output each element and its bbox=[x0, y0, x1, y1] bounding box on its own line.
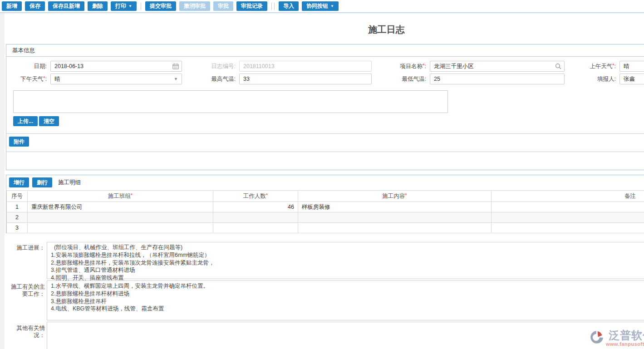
detail-toolbar: 增行 删行 施工明细 bbox=[9, 177, 81, 187]
toolbar-separator bbox=[271, 3, 272, 10]
attachment-list-area bbox=[6, 152, 644, 170]
table-header-row: 序号 施工班组* 工作人数* 施工内容* 备注 bbox=[7, 191, 644, 202]
pm-weather-label: 下午天气*: bbox=[6, 75, 50, 83]
print-button[interactable]: 打印▼ bbox=[111, 1, 137, 11]
chevron-down-icon: ▼ bbox=[174, 77, 178, 81]
toolbar-separator bbox=[141, 3, 141, 10]
table-row[interactable]: 3 bbox=[7, 223, 644, 233]
search-icon[interactable] bbox=[555, 63, 561, 69]
add-row-button[interactable]: 增行 bbox=[9, 177, 29, 187]
log-no-label: 日志编号: bbox=[182, 63, 239, 70]
cell-no: 1 bbox=[7, 202, 28, 212]
submit-approval-button[interactable]: 提交审批 bbox=[145, 1, 176, 11]
am-weather-input[interactable] bbox=[619, 61, 644, 72]
cell-team[interactable] bbox=[28, 212, 213, 223]
cell-remark[interactable] bbox=[492, 212, 644, 223]
cell-team[interactable] bbox=[28, 223, 213, 233]
vendor-brand-name: 泛普软件 bbox=[609, 329, 644, 341]
construction-detail-section: 增行 删行 施工明细 序号 施工班组* 工作人数* 施工内容* 备注 1 重庆新… bbox=[6, 175, 644, 233]
main-work-textarea[interactable]: 1.水平弹线、横辉国定墙上四周，安装主龙骨并确定吊杆位置。 2.悬膨胀螺栓悬挂吊… bbox=[47, 280, 644, 320]
col-header-workers: 工作人数* bbox=[213, 191, 298, 202]
log-no-input bbox=[239, 61, 372, 72]
col-header-content: 施工内容* bbox=[298, 191, 492, 202]
save-and-new-button[interactable]: 保存且新增 bbox=[48, 1, 84, 11]
max-temp-input[interactable] bbox=[239, 74, 372, 84]
project-name-input[interactable] bbox=[430, 61, 565, 72]
pm-weather-select[interactable]: 晴 ▼ bbox=[50, 74, 182, 84]
description-textarea[interactable] bbox=[13, 90, 448, 113]
cell-no: 2 bbox=[7, 212, 28, 223]
table-row[interactable]: 2 bbox=[7, 212, 644, 223]
other-info-textarea[interactable] bbox=[47, 322, 644, 349]
vendor-watermark: 泛普软件 www.fanpusoft.com bbox=[589, 329, 644, 347]
cell-content[interactable] bbox=[298, 223, 492, 233]
delete-button[interactable]: 删除 bbox=[88, 1, 108, 11]
progress-label: 施工进展： bbox=[6, 244, 45, 251]
toolbar-separator bbox=[274, 3, 275, 10]
min-temp-input[interactable] bbox=[430, 74, 565, 84]
main-work-label: 施工有关的主要工作： bbox=[6, 283, 45, 298]
reporter-input[interactable] bbox=[619, 74, 644, 84]
date-input[interactable] bbox=[50, 61, 182, 72]
collaboration-button[interactable]: 协同按钮▼ bbox=[302, 1, 339, 11]
form-page: 施工日志 基本信息 日期: 日志编号: 项目名称*: bbox=[5, 13, 644, 349]
col-header-team: 施工班组* bbox=[28, 191, 213, 202]
basic-info-section: 基本信息 日期: 日志编号: 项目名称*: 上午天气*: bbox=[6, 44, 644, 170]
upload-button[interactable]: 上传... bbox=[13, 116, 38, 126]
import-button[interactable]: 导入 bbox=[279, 1, 299, 11]
new-button[interactable]: 新增 bbox=[2, 1, 22, 11]
am-weather-label: 上午天气*: bbox=[565, 63, 619, 70]
basic-info-section-title: 基本信息 bbox=[6, 44, 644, 57]
section-divider bbox=[6, 133, 644, 134]
cell-workers[interactable] bbox=[213, 212, 298, 223]
construction-detail-table: 序号 施工班组* 工作人数* 施工内容* 备注 1 重庆新世界有限公司 46 样… bbox=[6, 190, 644, 233]
chevron-down-icon: ▼ bbox=[330, 5, 334, 8]
reporter-label: 填报人: bbox=[565, 75, 619, 83]
cell-workers[interactable]: 46 bbox=[213, 202, 298, 212]
vendor-url: www.fanpusoft.com bbox=[606, 341, 644, 347]
calendar-icon[interactable] bbox=[172, 63, 179, 69]
cell-remark[interactable] bbox=[492, 202, 644, 212]
save-button[interactable]: 保存 bbox=[25, 1, 45, 11]
date-label: 日期: bbox=[6, 63, 50, 70]
min-temp-label: 最低气温: bbox=[372, 75, 430, 83]
col-header-no: 序号 bbox=[7, 191, 28, 202]
approval-records-button[interactable]: 审批记录 bbox=[236, 1, 267, 11]
max-temp-label: 最高气温: bbox=[182, 75, 239, 83]
field-row-2: 下午天气*: 晴 ▼ 最高气温: 最低气温: 填报人: bbox=[6, 74, 644, 84]
page-title: 施工日志 bbox=[5, 24, 644, 36]
cancel-approval-button: 撤消审批 bbox=[179, 1, 210, 11]
detail-section-title: 施工明细 bbox=[58, 179, 81, 187]
delete-row-button[interactable]: 删行 bbox=[32, 177, 52, 187]
col-header-remark: 备注 bbox=[492, 191, 644, 202]
clear-button[interactable]: 清空 bbox=[39, 116, 59, 126]
other-info-label: 其他有关情况： bbox=[6, 324, 45, 339]
cell-team[interactable]: 重庆新世界有限公司 bbox=[28, 202, 213, 212]
fanpu-logo-icon bbox=[589, 329, 605, 345]
field-row-1: 日期: 日志编号: 项目名称*: 上午天气*: bbox=[6, 61, 644, 72]
project-name-label: 项目名称*: bbox=[372, 63, 430, 70]
table-row[interactable]: 1 重庆新世界有限公司 46 样板房装修 bbox=[7, 202, 644, 212]
approve-button: 审批 bbox=[213, 1, 233, 11]
toolbar: 新增 保存 保存且新增 删除 打印▼ 提交审批 撤消审批 审批 审批记录 导入 … bbox=[0, 0, 644, 13]
cell-content[interactable] bbox=[298, 212, 492, 223]
cell-no: 3 bbox=[7, 223, 28, 233]
attachment-button[interactable]: 附件 bbox=[9, 137, 29, 147]
cell-remark[interactable] bbox=[492, 223, 644, 233]
cell-content[interactable]: 样板房装修 bbox=[298, 202, 492, 212]
progress-textarea[interactable]: (部位项目、机械作业、班组工作、生产存在问题等) 1.安装吊顶膨胀螺栓悬挂吊杆和… bbox=[47, 242, 644, 279]
cell-workers[interactable] bbox=[213, 223, 298, 233]
chevron-down-icon: ▼ bbox=[128, 5, 132, 8]
